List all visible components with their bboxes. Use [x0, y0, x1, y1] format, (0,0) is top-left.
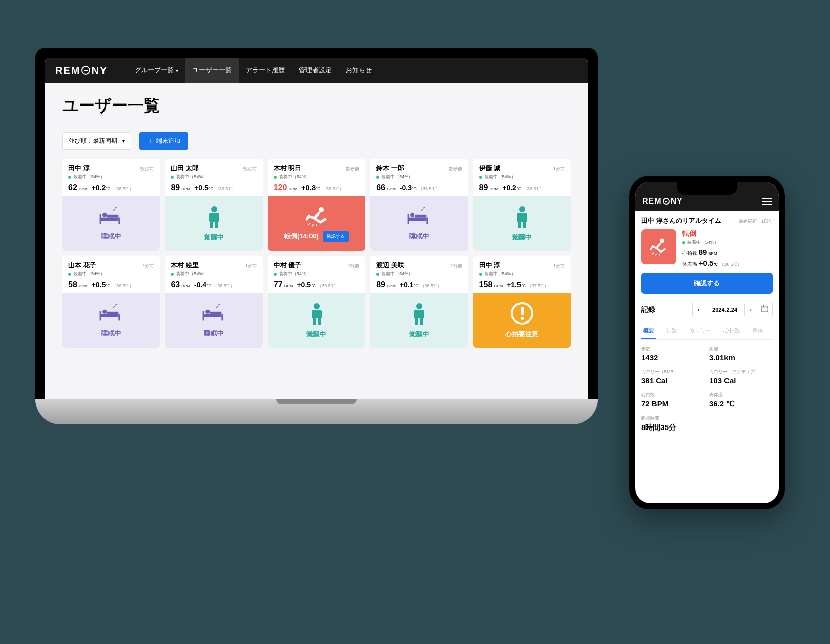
stat-value: 8時間35分 — [641, 423, 773, 433]
state-label: 覚醒中 — [409, 330, 429, 339]
sync-time: 1分前 — [553, 263, 565, 269]
confirm-button[interactable]: 確認する — [323, 231, 349, 242]
bpm-value: 89 — [376, 280, 385, 289]
sync-time: 数秒前 — [140, 166, 154, 172]
sync-time: 1分前 — [245, 263, 257, 269]
chevron-down-icon: ▾ — [176, 68, 178, 73]
confirm-button[interactable]: 確認する — [641, 273, 773, 294]
sort-select[interactable]: 並び順：最新同期 ▾ — [62, 132, 131, 150]
sync-time: 数秒前 — [449, 166, 462, 172]
temp-value: +0.2 — [502, 184, 516, 192]
tab-1[interactable]: 歩数 — [664, 323, 679, 339]
svg-rect-28 — [202, 311, 204, 320]
user-name: 木村 明日 — [274, 164, 302, 173]
user-card[interactable]: 伊藤 誠1分前 装着中（54%） 89 BPM +0.2℃ （36.5℃） 覚醒… — [473, 159, 571, 251]
nav-item-0[interactable]: グループ一覧▾ — [128, 58, 185, 83]
wear-status: 装着中（54%） — [479, 174, 565, 180]
awake-icon — [512, 205, 532, 230]
user-card[interactable]: 鈴木 一郎数秒前 装着中（54%） 66 BPM -0.3℃ （36.5℃） z… — [370, 159, 468, 251]
temp-value: +1.5 — [507, 281, 521, 289]
tab-0[interactable]: 概要 — [641, 323, 656, 339]
menu-icon[interactable] — [762, 198, 772, 205]
user-card[interactable]: 田中 淳数秒前 装着中（54%） 62 BPM +0.2℃ （36.5℃） zz… — [62, 159, 160, 251]
nav-item-4[interactable]: お知らせ — [339, 58, 379, 83]
nav-item-2[interactable]: アラート履歴 — [239, 58, 292, 83]
svg-rect-22 — [119, 314, 120, 321]
laptop-device: REMNY グループ一覧▾ユーザー一覧アラート履歴管理者設定お知らせ ユーザー一… — [35, 48, 598, 424]
logo-icon — [81, 66, 90, 75]
svg-text:z: z — [115, 206, 117, 210]
wear-status: 装着中（54%） — [68, 271, 154, 277]
page-title: ユーザー一覧 — [62, 95, 571, 117]
bpm-value: 120 — [274, 183, 287, 192]
stat-item: 心拍数72 BPM — [641, 392, 704, 408]
alert-hr: 心拍数 89 BPM — [682, 248, 773, 257]
alert-status: 装着中（54%） — [682, 239, 773, 246]
svg-point-11 — [411, 213, 415, 217]
user-card[interactable]: 中村 優子1分前 装着中（54%） 77 BPM +0.5℃ （36.5℃） 覚… — [268, 256, 365, 348]
fall-icon — [641, 229, 676, 264]
record-tabs: 概要歩数カロリー心拍数表体 — [641, 323, 773, 340]
user-name: 山田 太郎 — [171, 164, 199, 173]
temp-abs: （36.5℃） — [420, 283, 442, 288]
date-prev-button[interactable]: ‹ — [693, 303, 705, 316]
heart-icon — [511, 302, 533, 327]
svg-rect-4 — [100, 214, 101, 224]
user-card[interactable]: 田中 淳1分前 装着中（54%） 158 BPM +1.5℃ （37.5℃） 心… — [473, 256, 571, 348]
alert-title: 転倒 — [682, 229, 773, 238]
bpm-value: 89 — [171, 183, 180, 192]
user-card[interactable]: 木村 絵里1分前 装着中（54%） 63 BPM -0.4℃ （36.5℃） z… — [165, 256, 262, 348]
chevron-down-icon: ▾ — [122, 138, 125, 144]
svg-rect-6 — [107, 215, 118, 218]
user-card[interactable]: 山田 太郎数秒前 装着中（54%） 89 BPM +0.5℃ （36.5℃） 覚… — [165, 159, 262, 251]
date-value: 2024.2.24 — [705, 304, 745, 316]
wear-status: 装着中（54%） — [376, 271, 462, 277]
user-card[interactable]: 渡辺 美咲1分前 装着中（54%） 89 BPM +0.1℃ （36.5℃） 覚… — [370, 256, 468, 348]
awake-icon — [306, 302, 327, 327]
user-name: 田中 淳 — [68, 164, 90, 173]
sync-time: 1分前 — [553, 166, 565, 172]
temp-value: +0.5 — [92, 281, 106, 289]
svg-rect-15 — [415, 215, 426, 218]
stat-item: 歩数1432 — [641, 346, 704, 362]
state-label: 睡眠中 — [409, 232, 429, 241]
temp-abs: （36.5℃） — [523, 186, 545, 191]
stat-label: 睡眠時間 — [641, 415, 773, 422]
calendar-icon[interactable] — [757, 302, 772, 317]
sort-label: 並び順：最新同期 — [69, 137, 117, 145]
tab-4[interactable]: 表体 — [750, 323, 765, 339]
user-name: 田中 淳 — [479, 261, 501, 270]
brand-logo: REMNY — [55, 65, 108, 76]
bpm-value: 63 — [171, 280, 180, 289]
nav-item-3[interactable]: 管理者設定 — [292, 58, 339, 83]
last-update: 最終更新：1日前 — [739, 218, 773, 225]
stat-value: 1432 — [641, 353, 704, 362]
stat-item: カロリー（BMR）381 Cal — [641, 369, 704, 385]
stat-item: 距離3.01km — [709, 346, 773, 362]
add-device-button[interactable]: ＋ 端末追加 — [139, 132, 188, 150]
user-grid: 田中 淳数秒前 装着中（54%） 62 BPM +0.2℃ （36.5℃） zz… — [62, 159, 571, 348]
sync-time: 数秒前 — [243, 166, 257, 172]
state-label: 覚醒中 — [512, 233, 532, 242]
tab-3[interactable]: 心拍数 — [721, 323, 742, 339]
user-name: 伊藤 誠 — [479, 164, 501, 173]
stat-item: カロリー（アクティブ）103 Cal — [709, 369, 773, 385]
date-next-button[interactable]: › — [745, 303, 757, 316]
logo-icon — [663, 198, 670, 205]
user-card[interactable]: 山本 花子1分前 装着中（54%） 58 BPM +0.5℃ （36.5℃） z… — [62, 256, 160, 348]
user-card[interactable]: 木村 明日数秒前 装着中（54%） 120 BPM +0.8℃ （36.5℃） … — [268, 159, 365, 251]
top-nav: REMNY グループ一覧▾ユーザー一覧アラート履歴管理者設定お知らせ — [45, 58, 588, 83]
temp-value: +0.1 — [400, 281, 414, 289]
records-title: 記録 — [641, 305, 655, 314]
nav-item-1[interactable]: ユーザー一覧 — [185, 58, 239, 83]
sleep-icon: zz — [407, 206, 431, 229]
user-name: 木村 絵里 — [171, 261, 199, 270]
tab-2[interactable]: カロリー — [687, 323, 713, 339]
state-label: 心拍要注意 — [505, 330, 538, 339]
bpm-value: 89 — [479, 183, 488, 192]
svg-point-16 — [519, 206, 525, 212]
state-label: 覚醒中 — [306, 330, 326, 339]
svg-point-8 — [319, 207, 324, 212]
svg-point-7 — [211, 206, 217, 212]
svg-rect-37 — [762, 306, 768, 312]
